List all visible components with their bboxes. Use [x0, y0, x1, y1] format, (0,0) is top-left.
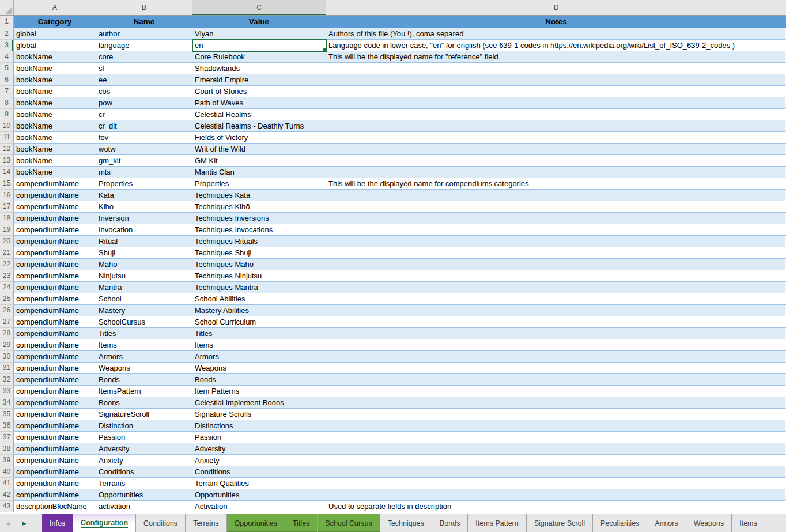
cell-name[interactable]: activation — [96, 501, 192, 512]
cell-name[interactable]: Armors — [96, 351, 192, 363]
cell-value[interactable]: Weapons — [192, 363, 326, 374]
row-number[interactable]: 30 — [0, 351, 14, 363]
sheet-tab-armors[interactable]: Armors — [647, 514, 686, 532]
cell-name[interactable]: Weapons — [96, 363, 192, 374]
selected-cell[interactable]: en — [192, 40, 326, 51]
row-number[interactable]: 28 — [0, 328, 14, 339]
cell-value[interactable]: School Abilities — [192, 293, 326, 305]
cell-value[interactable]: Items — [192, 339, 326, 351]
sheet-tab-bonds[interactable]: Bonds — [432, 514, 468, 532]
cell-name[interactable]: Distinction — [96, 420, 192, 432]
cell-value[interactable]: Armors — [192, 351, 326, 363]
row-number[interactable]: 21 — [0, 247, 14, 259]
header-cell-category[interactable]: Category — [14, 16, 96, 28]
cell-name[interactable]: author — [96, 28, 192, 40]
cell-category[interactable]: compendiumName — [14, 409, 96, 420]
sheet-tab-infos[interactable]: Infos — [42, 514, 73, 532]
cell-category[interactable]: compendiumName — [14, 305, 96, 316]
cell-name[interactable]: Titles — [96, 328, 192, 339]
cell-notes[interactable] — [326, 190, 786, 201]
row-number[interactable]: 12 — [0, 144, 14, 155]
row-number[interactable]: 35 — [0, 409, 14, 420]
cell-name[interactable]: wotw — [96, 144, 192, 155]
cell-notes[interactable] — [326, 224, 786, 236]
row-number[interactable]: 31 — [0, 363, 14, 374]
cell-category[interactable]: compendiumName — [14, 478, 96, 489]
cell-category[interactable]: global — [14, 40, 96, 51]
cell-name[interactable]: Anxiety — [96, 455, 192, 466]
cell-name[interactable]: ItemsPattern — [96, 386, 192, 397]
cell-notes[interactable] — [326, 270, 786, 282]
sheet-tab-signature-scroll[interactable]: Signature Scroll — [527, 514, 593, 532]
cell-value[interactable]: Emerald Empire — [192, 74, 326, 86]
cell-value[interactable]: Mantis Clan — [192, 167, 326, 178]
cell-value[interactable]: Adversity — [192, 443, 326, 455]
cell-notes[interactable] — [326, 109, 786, 120]
cell-name[interactable]: Shuji — [96, 247, 192, 259]
cell-value[interactable]: Shadowlands — [192, 63, 326, 74]
tab-scroll-right-icon[interactable]: ▶ — [16, 514, 32, 532]
cell-name[interactable]: Invocation — [96, 224, 192, 236]
cell-value[interactable]: Opportunities — [192, 489, 326, 501]
cell-value[interactable]: Writ of the Wild — [192, 144, 326, 155]
sheet-tab-configuration[interactable]: Configuration — [73, 514, 136, 532]
cell-value[interactable]: Passion — [192, 432, 326, 443]
sheet-tab-items-pattern[interactable]: Items Pattern — [468, 514, 526, 532]
cell-category[interactable]: compendiumName — [14, 351, 96, 363]
cell-value[interactable]: Techniques Kihõ — [192, 201, 326, 213]
cell-category[interactable]: compendiumName — [14, 224, 96, 236]
cell-category[interactable]: compendiumName — [14, 420, 96, 432]
cell-value[interactable]: Techniques Kata — [192, 190, 326, 201]
sheet-tab-items[interactable]: Items — [732, 514, 765, 532]
cell-category[interactable]: compendiumName — [14, 489, 96, 501]
cell-notes[interactable] — [326, 167, 786, 178]
cell-notes[interactable] — [326, 236, 786, 247]
cell-notes[interactable] — [326, 259, 786, 270]
row-number[interactable]: 42 — [0, 489, 14, 501]
row-number[interactable]: 4 — [0, 51, 14, 63]
cell-category[interactable]: compendiumName — [14, 247, 96, 259]
cell-category[interactable]: compendiumName — [14, 259, 96, 270]
row-number[interactable]: 18 — [0, 213, 14, 224]
cell-category[interactable]: compendiumName — [14, 282, 96, 293]
cell-value[interactable]: Item Patterns — [192, 386, 326, 397]
row-number[interactable]: 22 — [0, 259, 14, 270]
cell-notes[interactable] — [326, 213, 786, 224]
cell-name[interactable]: Mastery — [96, 305, 192, 316]
sheet-tab-techniques[interactable]: Techniques — [380, 514, 432, 532]
cell-value[interactable]: School Curriculum — [192, 316, 326, 328]
cell-notes[interactable]: Language code in lower case, "en" for en… — [326, 40, 786, 51]
row-number[interactable]: 7 — [0, 86, 14, 97]
row-number[interactable]: 25 — [0, 293, 14, 305]
cell-category[interactable]: compendiumName — [14, 432, 96, 443]
row-number[interactable]: 20 — [0, 236, 14, 247]
row-number[interactable]: 39 — [0, 455, 14, 466]
cell-category[interactable]: compendiumName — [14, 293, 96, 305]
cell-notes[interactable]: This will be the displayed name for comp… — [326, 178, 786, 190]
row-number[interactable]: 3 — [0, 40, 14, 51]
cell-value[interactable]: Techniques Inversions — [192, 213, 326, 224]
cell-value[interactable]: Path of Waves — [192, 97, 326, 109]
sheet-tab-weapons[interactable]: Weapons — [686, 514, 732, 532]
row-number[interactable]: 24 — [0, 282, 14, 293]
column-header-a[interactable]: A — [14, 0, 96, 15]
row-number[interactable]: 41 — [0, 478, 14, 489]
cell-category[interactable]: compendiumName — [14, 443, 96, 455]
cell-category[interactable]: bookName — [14, 155, 96, 167]
cell-notes[interactable] — [326, 282, 786, 293]
cell-value[interactable]: Fields of Victory — [192, 132, 326, 144]
cell-value[interactable]: Techniques Invocations — [192, 224, 326, 236]
cell-category[interactable]: compendiumName — [14, 397, 96, 409]
cell-notes[interactable] — [326, 489, 786, 501]
cell-value[interactable]: GM Kit — [192, 155, 326, 167]
cell-value[interactable]: Court of Stones — [192, 86, 326, 97]
row-number[interactable]: 8 — [0, 97, 14, 109]
cell-category[interactable]: bookName — [14, 167, 96, 178]
cell-notes[interactable] — [326, 351, 786, 363]
row-number[interactable]: 26 — [0, 305, 14, 316]
cell-notes[interactable] — [326, 144, 786, 155]
row-number[interactable]: 14 — [0, 167, 14, 178]
cell-name[interactable]: mts — [96, 167, 192, 178]
row-number[interactable]: 15 — [0, 178, 14, 190]
cell-notes[interactable] — [326, 409, 786, 420]
